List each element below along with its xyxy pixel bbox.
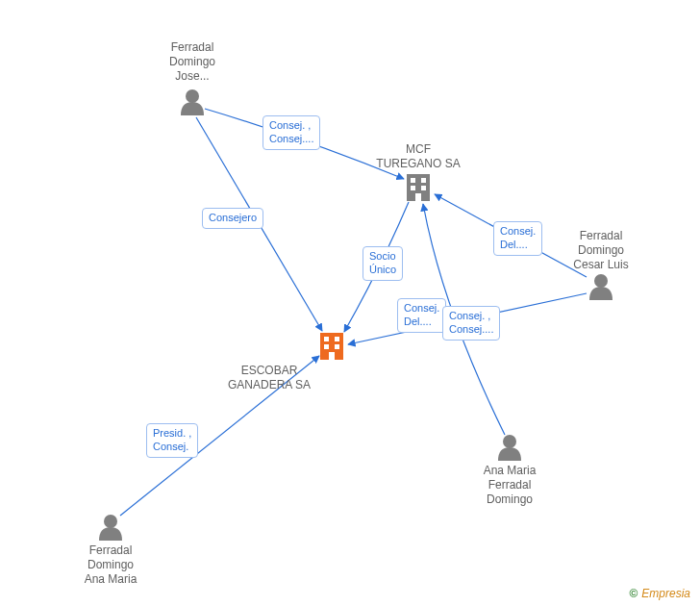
person-icon[interactable]: [99, 515, 122, 541]
edge-label-cesar-escobar[interactable]: Consej. Del....: [397, 298, 446, 333]
network-svg: [0, 0, 700, 606]
person-icon[interactable]: [181, 89, 204, 115]
edge-label-mcf-escobar[interactable]: Socio Único: [362, 246, 403, 281]
person-icon[interactable]: [589, 274, 612, 300]
edge-label-jose-mcf[interactable]: Consej. , Consej....: [262, 115, 320, 150]
copyright: ©Empresia: [629, 587, 690, 600]
company-icon[interactable]: [407, 174, 430, 201]
edge-label-jose-escobar[interactable]: Consejero: [202, 208, 263, 229]
diagram-canvas: Ferradal Domingo Jose... MCF TUREGANO SA…: [0, 0, 700, 606]
edge-label-cesar-mcf[interactable]: Consej. Del....: [493, 221, 542, 256]
company-highlight-icon[interactable]: [320, 333, 343, 360]
person-icon[interactable]: [498, 435, 521, 461]
edge-label-anamaria-escobar[interactable]: Presid. , Consej.: [146, 423, 198, 458]
edge-label-anamariaFD-mcf[interactable]: Consej. , Consej....: [442, 306, 500, 341]
